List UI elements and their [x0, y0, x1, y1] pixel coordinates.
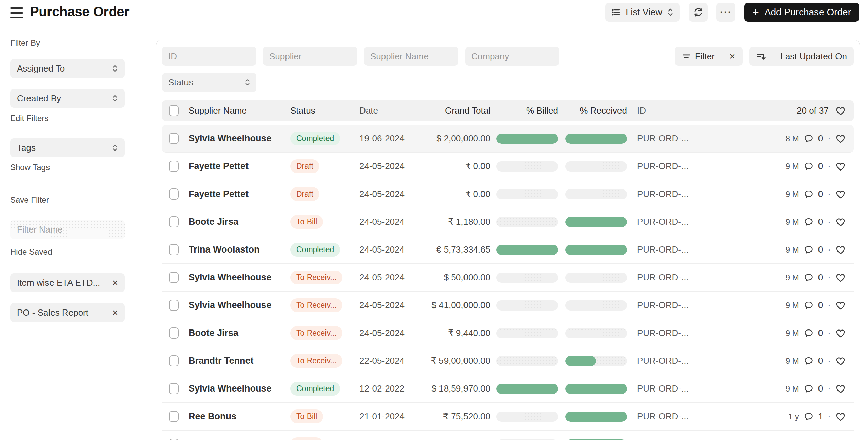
row-checkbox[interactable] [169, 300, 179, 311]
supplier-name[interactable]: Ree Bonus [189, 411, 236, 421]
status-filter-select[interactable]: Status [162, 73, 256, 92]
column-date[interactable]: Date [359, 105, 424, 116]
saved-filter-pill[interactable]: Item wise ETA ETD... × [10, 273, 125, 292]
row-id[interactable]: PUR-ORD-... [627, 161, 736, 172]
row-checkbox[interactable] [169, 272, 179, 283]
tags-select[interactable]: Tags [10, 138, 125, 157]
comment-icon[interactable] [804, 301, 813, 310]
comment-icon[interactable] [804, 412, 813, 421]
row-id[interactable]: PUR-ORD-... [627, 300, 736, 311]
heart-icon[interactable] [835, 412, 846, 422]
id-filter-input[interactable] [162, 47, 256, 66]
sort-field-button[interactable]: Last Updated On [773, 47, 854, 66]
heart-icon[interactable] [835, 189, 846, 199]
clear-filter-button[interactable]: × [722, 47, 743, 66]
table-row[interactable]: Sylvia Wheelhouse To Receiv... 24-05-202… [162, 292, 854, 319]
comment-icon[interactable] [804, 328, 813, 338]
supplier-name[interactable]: Boote Jirsa [189, 217, 238, 227]
row-checkbox[interactable] [169, 188, 179, 200]
saved-filter-pill[interactable]: PO - Sales Report × [10, 303, 125, 322]
filter-name-input[interactable] [10, 220, 125, 239]
row-id[interactable]: PUR-ORD-... [627, 411, 736, 422]
company-filter-input[interactable] [465, 47, 559, 66]
supplier-name[interactable]: Trina Woolaston [189, 244, 260, 255]
row-checkbox[interactable] [169, 216, 179, 227]
table-row[interactable]: Sylvia Wheelhouse Completed 19-06-2024 $… [162, 125, 854, 153]
comment-icon[interactable] [804, 273, 813, 282]
heart-icon[interactable] [835, 217, 846, 227]
add-purchase-order-button[interactable]: + Add Purchase Order [744, 3, 859, 22]
heart-icon[interactable] [835, 328, 846, 338]
created-by-select[interactable]: Created By [10, 89, 125, 108]
show-tags-link[interactable]: Show Tags [10, 162, 125, 173]
row-checkbox[interactable] [169, 411, 179, 422]
remove-saved-filter-icon[interactable]: × [112, 307, 118, 318]
table-row[interactable]: Ree Bonus To Bill 21-01-2024 ₹ 75,520.00… [162, 403, 854, 431]
column-supplier-name[interactable]: Supplier Name [189, 105, 290, 116]
heart-icon[interactable] [835, 161, 846, 172]
column-percent-received[interactable]: % Received [558, 105, 627, 116]
column-percent-billed[interactable]: % Billed [490, 105, 558, 116]
heart-icon[interactable] [835, 356, 846, 366]
column-status[interactable]: Status [290, 105, 359, 116]
table-row[interactable]: Fayette Pettet Draft 24-05-2024 ₹ 0.00 P… [162, 153, 854, 180]
table-row[interactable]: Trina Woolaston Completed 24-05-2024 € 5… [162, 236, 854, 264]
supplier-name[interactable]: Brandtr Tennet [189, 356, 254, 366]
row-id[interactable]: PUR-ORD-... [627, 133, 736, 144]
row-checkbox[interactable] [169, 244, 179, 255]
heart-icon[interactable] [835, 384, 846, 394]
supplier-name-filter-input[interactable] [364, 47, 458, 66]
table-row[interactable]: Sylvia Wheelhouse Completed 12-02-2022 $… [162, 375, 854, 403]
comment-icon[interactable] [804, 217, 813, 227]
supplier-name[interactable]: Sylvia Wheelhouse [189, 272, 272, 282]
table-row[interactable]: Ree Bonus To Bill ₹ 54.00 PUR-ORD-... 1 … [162, 431, 854, 440]
view-switcher-button[interactable]: List View [605, 3, 680, 22]
row-id[interactable]: PUR-ORD-... [627, 189, 736, 199]
supplier-name[interactable]: Boote Jirsa [189, 328, 238, 338]
row-id[interactable]: PUR-ORD-... [627, 383, 736, 394]
heart-icon[interactable] [835, 273, 846, 283]
more-options-button[interactable]: ··· [716, 3, 735, 22]
row-checkbox[interactable] [169, 383, 179, 394]
select-all-checkbox[interactable] [169, 105, 179, 116]
heart-icon[interactable] [835, 106, 846, 116]
supplier-name[interactable]: Sylvia Wheelhouse [189, 133, 272, 143]
row-checkbox[interactable] [169, 439, 179, 440]
supplier-name[interactable]: Sylvia Wheelhouse [189, 383, 272, 394]
supplier-name[interactable]: Fayette Pettet [189, 161, 249, 171]
column-id[interactable]: ID [627, 105, 736, 116]
assigned-to-select[interactable]: Assigned To [10, 59, 125, 78]
comment-icon[interactable] [804, 356, 813, 366]
comment-icon[interactable] [804, 384, 813, 394]
menu-icon[interactable] [10, 7, 23, 19]
comment-icon[interactable] [804, 189, 813, 199]
row-id[interactable]: PUR-ORD-... [627, 328, 736, 338]
table-row[interactable]: Fayette Pettet Draft 24-05-2024 ₹ 0.00 P… [162, 180, 854, 208]
heart-icon[interactable] [835, 245, 846, 255]
refresh-button[interactable] [689, 3, 708, 22]
row-id[interactable]: PUR-ORD-... [627, 356, 736, 366]
row-checkbox[interactable] [169, 355, 179, 366]
filter-button[interactable]: Filter [675, 47, 722, 66]
comment-icon[interactable] [804, 245, 813, 255]
supplier-filter-input[interactable] [263, 47, 357, 66]
row-id[interactable]: PUR-ORD-... [627, 272, 736, 283]
row-id[interactable]: PUR-ORD-... [627, 244, 736, 255]
edit-filters-link[interactable]: Edit Filters [10, 113, 125, 123]
table-row[interactable]: Brandtr Tennet To Receiv... 22-05-2024 ₹… [162, 347, 854, 375]
table-row[interactable]: Sylvia Wheelhouse To Receiv... 24-05-202… [162, 264, 854, 292]
hide-saved-link[interactable]: Hide Saved [10, 247, 125, 257]
row-checkbox[interactable] [169, 327, 179, 339]
supplier-name[interactable]: Sylvia Wheelhouse [189, 300, 272, 310]
table-row[interactable]: Boote Jirsa To Receiv... 24-05-2024 ₹ 9,… [162, 319, 854, 347]
row-id[interactable]: PUR-ORD-... [627, 217, 736, 227]
remove-saved-filter-icon[interactable]: × [112, 277, 118, 288]
row-checkbox[interactable] [169, 133, 179, 144]
comment-icon[interactable] [804, 162, 813, 171]
heart-icon[interactable] [835, 300, 846, 311]
heart-icon[interactable] [835, 134, 846, 144]
sort-direction-button[interactable] [749, 47, 773, 66]
supplier-name[interactable]: Fayette Pettet [189, 189, 249, 199]
column-grand-total[interactable]: Grand Total [424, 105, 490, 116]
table-row[interactable]: Boote Jirsa To Bill 24-05-2024 ₹ 1,180.0… [162, 208, 854, 236]
